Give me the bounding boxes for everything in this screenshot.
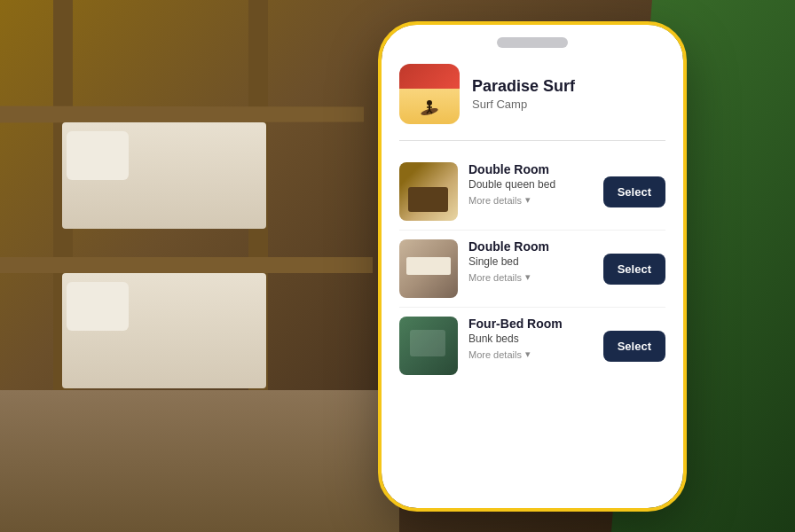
select-button-2[interactable]: Select bbox=[603, 254, 665, 285]
more-details-label-2: More details bbox=[468, 272, 522, 283]
room-bed-type-1: Double queen bed bbox=[468, 178, 593, 191]
more-details-toggle-2[interactable]: More details ▾ bbox=[468, 271, 593, 283]
bed-frame-horizontal-bottom bbox=[0, 257, 373, 273]
svg-point-1 bbox=[427, 100, 432, 106]
room-title-3: Four-Bed Room bbox=[468, 317, 593, 331]
room-bed-type-3: Bunk beds bbox=[468, 332, 593, 345]
more-details-label-3: More details bbox=[468, 349, 522, 360]
room-thumbnail-1 bbox=[399, 162, 458, 221]
hotel-header: Paradise Surf Surf Camp bbox=[399, 55, 665, 137]
room-card-1: Double Room Double queen bed More detail… bbox=[399, 153, 665, 231]
hotel-logo bbox=[399, 64, 460, 124]
hotel-logo-bottom bbox=[399, 89, 460, 124]
select-button-3[interactable]: Select bbox=[603, 331, 665, 362]
hotel-logo-top bbox=[399, 64, 460, 89]
phone-content: Paradise Surf Surf Camp Double Room Doub… bbox=[382, 55, 683, 494]
phone-wrapper: Paradise Surf Surf Camp Double Room Doub… bbox=[382, 25, 683, 508]
room-card-3: Four-Bed Room Bunk beds More details ▾ S… bbox=[399, 308, 665, 384]
room-info-1: Double Room Double queen bed More detail… bbox=[468, 162, 593, 206]
surfer-icon bbox=[417, 94, 442, 119]
room-title-2: Double Room bbox=[468, 239, 593, 254]
chevron-down-icon-1: ▾ bbox=[525, 194, 531, 206]
chevron-down-icon-3: ▾ bbox=[525, 348, 531, 360]
hotel-name: Paradise Surf bbox=[472, 77, 575, 97]
more-details-toggle-3[interactable]: More details ▾ bbox=[468, 348, 593, 360]
room-info-3: Four-Bed Room Bunk beds More details ▾ bbox=[468, 317, 593, 360]
room-info-2: Double Room Single bed More details ▾ bbox=[468, 239, 593, 283]
select-button-1[interactable]: Select bbox=[603, 176, 665, 207]
room-bed-type-2: Single bed bbox=[468, 255, 593, 268]
room-card-2: Double Room Single bed More details ▾ Se… bbox=[399, 231, 665, 308]
chevron-down-icon-2: ▾ bbox=[525, 271, 531, 283]
more-details-label-1: More details bbox=[468, 195, 522, 206]
hotel-info: Paradise Surf Surf Camp bbox=[472, 77, 575, 112]
room-title-1: Double Room bbox=[468, 162, 593, 176]
pillow-bottom bbox=[67, 282, 129, 331]
floor bbox=[0, 390, 399, 532]
more-details-toggle-1[interactable]: More details ▾ bbox=[468, 194, 593, 206]
section-divider bbox=[399, 140, 665, 141]
pillow-top bbox=[67, 131, 129, 180]
phone-notch bbox=[382, 25, 683, 55]
phone-frame: Paradise Surf Surf Camp Double Room Doub… bbox=[382, 25, 683, 508]
bed-frame-horizontal-top bbox=[0, 106, 364, 123]
room-thumbnail-3 bbox=[399, 317, 458, 375]
room-thumbnail-2 bbox=[399, 239, 458, 298]
hotel-type: Surf Camp bbox=[472, 98, 575, 111]
notch-pill bbox=[497, 37, 568, 48]
rooms-list: Double Room Double queen bed More detail… bbox=[399, 153, 665, 384]
